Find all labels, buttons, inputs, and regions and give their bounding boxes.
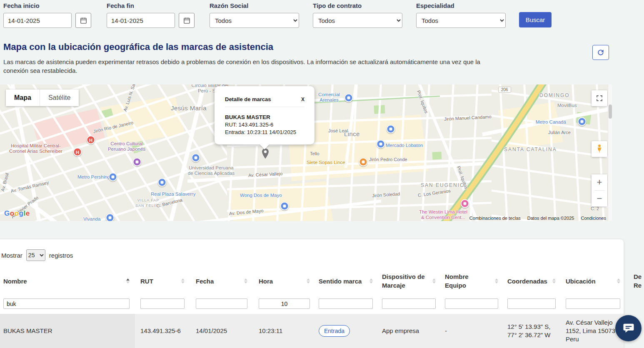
refresh-button[interactable] (592, 45, 609, 60)
column-header-hora[interactable]: Hora (259, 268, 310, 293)
column-header-nombre[interactable]: Nombre (3, 268, 130, 293)
map-label: Wong Dos de Mayo (240, 193, 282, 198)
hospital-marker[interactable]: H (87, 136, 95, 144)
sort-icons (307, 278, 310, 283)
cell-rut: 143.491.325-6 (140, 314, 185, 348)
map-label: Universidad Peruana de Ciencias Aplicada… (182, 165, 240, 176)
filter-input-ubicacion[interactable] (566, 298, 620, 309)
fecha-inicio-calendar-button[interactable] (75, 13, 91, 28)
store-marker[interactable] (344, 94, 353, 102)
filter-input-equipo[interactable] (445, 298, 498, 309)
store-marker[interactable] (377, 140, 385, 149)
poi-marker[interactable] (192, 154, 200, 162)
especialidad-group: Especialidad Todos (416, 2, 506, 28)
sort-icons (181, 278, 185, 283)
popup-close-button[interactable]: X (301, 97, 305, 102)
sort-icons (552, 278, 556, 283)
map-label: Mercado Lobaton (386, 143, 423, 148)
calendar-icon (183, 17, 191, 25)
map-label: Real Plaza Salaverry (151, 191, 195, 197)
street-view-pegman[interactable] (592, 141, 607, 157)
fecha-fin-input[interactable] (107, 13, 175, 28)
zoom-in-button[interactable]: + (592, 174, 607, 190)
filter-input-fecha[interactable] (196, 298, 247, 309)
map-label: Siete Sopas Lince (307, 160, 345, 165)
hotel-marker[interactable] (461, 199, 469, 208)
fecha-inicio-group: Fecha inicio (3, 2, 91, 28)
sort-icons (369, 278, 373, 283)
map-data-attribution: Datos del mapa ©2025 (527, 216, 574, 221)
chat-icon (622, 322, 635, 335)
column-header-rut[interactable]: RUT (140, 268, 185, 293)
map-label: Vivanda (83, 216, 100, 221)
buscar-button[interactable]: Buscar (519, 12, 552, 27)
store-marker[interactable] (109, 173, 117, 181)
column-header-ubicacion[interactable]: Ubicación (566, 268, 620, 293)
popup-entrada: Entrada: 10:23:11 14/01/2025 (225, 129, 305, 136)
map-label: C. 2 (591, 206, 599, 211)
chat-widget-button[interactable] (615, 315, 642, 341)
column-header-nombre-equipo[interactable]: Nombre Equipo (445, 268, 498, 293)
map-shortcuts-link[interactable]: Combinaciones de teclas (469, 216, 521, 221)
tipo-contrato-group: Tipo de contrato Todos (313, 2, 402, 28)
store-marker[interactable] (578, 117, 587, 126)
cell-sentido: Entrada (319, 314, 373, 348)
fecha-fin-group: Fecha fin (107, 2, 195, 28)
especialidad-select[interactable]: Todos (416, 13, 506, 28)
filter-input-sentido[interactable] (319, 298, 373, 309)
page-scrollbar[interactable] (608, 85, 612, 221)
sort-icons (617, 278, 620, 283)
culture-marker[interactable] (133, 158, 142, 167)
fecha-inicio-input[interactable] (3, 13, 72, 28)
column-header-fecha[interactable]: Fecha (196, 268, 247, 293)
cell-dispositivo: App empresa (382, 314, 436, 348)
selected-location-pin[interactable] (261, 148, 270, 161)
map-label: Centro Cultural Peruano Japonés (103, 141, 150, 152)
cell-ubicacion: Av. César Vallejo 1152, Lima 15073 Peru (566, 314, 620, 348)
poi-marker[interactable] (387, 125, 395, 134)
filter-input-coordenadas[interactable] (507, 298, 556, 309)
sort-icons (244, 278, 247, 283)
map-label: Metro Pershing (77, 174, 110, 180)
filter-input-rut[interactable] (140, 298, 185, 309)
page-subtitle: Las marcas de asistencia pueden experime… (3, 57, 495, 75)
map-label: Jesús María (171, 105, 207, 111)
fecha-inicio-label: Fecha inicio (3, 2, 91, 9)
poi-marker[interactable] (158, 178, 167, 187)
column-header-dispositivo[interactable]: Dispositivo de Marcaje (382, 268, 436, 293)
map-label: Comercial Arenales (314, 92, 344, 103)
fecha-fin-calendar-button[interactable] (179, 13, 195, 28)
google-logo[interactable]: Google (4, 209, 30, 218)
fullscreen-button[interactable] (592, 90, 607, 106)
map-type-button[interactable]: Mapa (6, 89, 40, 106)
pegman-icon (595, 144, 604, 154)
column-header-partial[interactable]: De Re (634, 268, 644, 293)
zoom-out-button[interactable]: − (592, 191, 607, 206)
filter-input-dispositivo[interactable] (382, 298, 436, 309)
registros-label: registros (49, 252, 73, 259)
store-marker[interactable] (106, 214, 115, 221)
tipo-contrato-select[interactable]: Todos (313, 13, 402, 28)
satellite-type-button[interactable]: Satélite (40, 89, 79, 106)
store-marker[interactable] (280, 202, 289, 211)
scrollbar-thumb[interactable] (609, 104, 612, 119)
especialidad-label: Especialidad (416, 2, 506, 9)
filter-input-nombre[interactable] (3, 298, 130, 309)
map-popup: Detalle de marcas X BUKAS MASTER RUT: 14… (215, 86, 315, 144)
page-length-select[interactable]: 25 (26, 249, 45, 261)
column-header-coordenadas[interactable]: Coordenadas (507, 268, 556, 293)
show-entries-label: Mostrar (1, 252, 22, 259)
map[interactable]: Jesús MaríaLinceSANTA CATALINASAN EUGENI… (0, 85, 612, 221)
razon-social-select[interactable]: Todos (210, 13, 299, 28)
zoom-control: + − (592, 174, 607, 206)
hospital-marker[interactable]: H (73, 148, 82, 157)
map-terms-link[interactable]: Condiciones (581, 216, 606, 221)
restaurant-marker[interactable] (359, 158, 368, 167)
map-label: Jirón Pedro Conde (369, 157, 407, 162)
cell-coordenadas: 12° 5' 13.93" S, 77° 2' 36.72" W (507, 314, 556, 348)
cell-nombre: BUKAS MASTER (3, 314, 130, 348)
column-header-sentido-marca[interactable]: Sentido marca (319, 268, 373, 293)
map-label: Julián Arce (548, 130, 571, 135)
popup-rut: RUT: 143.491.325-6 (225, 121, 305, 129)
filter-input-hora[interactable] (259, 298, 310, 309)
